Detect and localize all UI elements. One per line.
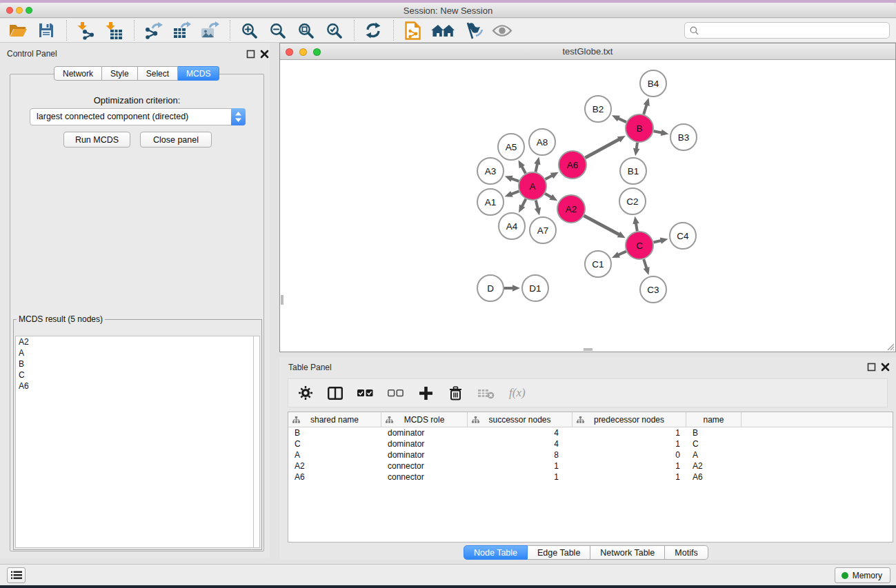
graph-edge-A6-B[interactable] <box>585 136 625 158</box>
graph-node-C4[interactable]: C4 <box>670 223 696 249</box>
graph-edge-A-A6[interactable] <box>546 172 559 179</box>
graph-node-A7[interactable]: A7 <box>530 217 556 243</box>
close-panel-button[interactable]: Close panel <box>140 132 212 148</box>
task-history-button[interactable] <box>7 567 26 583</box>
graph-edge-D-D1[interactable] <box>504 285 520 292</box>
show-column-panel-icon[interactable] <box>328 387 343 400</box>
graph-edge-A-A4[interactable] <box>519 199 526 213</box>
tab-network-table[interactable]: Network Table <box>590 545 665 560</box>
graph-edge-A-A8[interactable] <box>534 156 540 172</box>
import-table-icon[interactable] <box>104 20 123 41</box>
graph-edge-C-C3[interactable] <box>644 259 650 275</box>
save-session-icon[interactable] <box>37 20 56 41</box>
network-close-button[interactable] <box>286 48 293 56</box>
table-row[interactable]: Adominator80A <box>288 449 893 460</box>
zoom-selected-icon[interactable] <box>324 20 344 41</box>
tab-select[interactable]: Select <box>138 66 178 81</box>
zoom-fit-icon[interactable] <box>296 20 315 41</box>
table-row[interactable]: Bdominator41B <box>288 427 893 438</box>
table-settings-gear-icon[interactable] <box>298 386 313 400</box>
graph-edge-A-A5[interactable] <box>519 160 526 173</box>
criterion-select[interactable]: largest connected component (directed) <box>30 108 246 125</box>
graph-node-B[interactable]: B <box>626 114 653 142</box>
graph-edge-A-A1[interactable] <box>505 191 519 197</box>
resize-grip-icon[interactable] <box>886 343 895 351</box>
mcds-result-item[interactable]: A <box>16 347 253 358</box>
zoom-in-icon[interactable] <box>239 20 259 41</box>
table-row[interactable]: A6connector11A6 <box>288 472 893 483</box>
memory-button[interactable]: Memory <box>835 567 890 583</box>
graph-edge-A-A7[interactable] <box>535 200 541 215</box>
graph-edge-A-A3[interactable] <box>505 176 519 182</box>
graph-node-D1[interactable]: D1 <box>522 275 548 301</box>
graph-node-C1[interactable]: C1 <box>585 251 611 277</box>
zoom-out-icon[interactable] <box>268 20 287 41</box>
vertical-scrollbar-thumb[interactable] <box>281 295 283 305</box>
network-zoom-button[interactable] <box>313 48 321 56</box>
tab-mcds[interactable]: MCDS <box>178 66 219 81</box>
tab-motifs[interactable]: Motifs <box>665 545 708 560</box>
graph-edge-B-B4[interactable] <box>644 98 650 114</box>
run-mcds-button[interactable]: Run MCDS <box>63 132 130 148</box>
graph-edge-A2-C[interactable] <box>584 216 626 238</box>
table-row[interactable]: Cdominator41C <box>288 438 893 449</box>
import-network-icon[interactable] <box>76 20 95 41</box>
hide-graphics-details-icon[interactable] <box>464 20 483 41</box>
export-network-icon[interactable] <box>143 20 163 41</box>
graph-node-A3[interactable]: A3 <box>477 158 504 184</box>
export-image-icon[interactable] <box>200 20 219 41</box>
mcds-result-item[interactable]: B <box>16 358 253 369</box>
graph-node-A1[interactable]: A1 <box>477 189 504 215</box>
show-hide-eye-icon[interactable] <box>492 20 512 41</box>
graph-node-C2[interactable]: C2 <box>619 188 646 214</box>
column-header-successor-nodes[interactable]: successor nodes <box>468 412 573 427</box>
create-new-column-icon[interactable] <box>418 387 433 400</box>
horizontal-scrollbar-thumb[interactable] <box>584 348 593 351</box>
open-session-icon[interactable] <box>8 20 28 41</box>
tab-network[interactable]: Network <box>54 66 102 81</box>
close-table-panel-button[interactable] <box>881 363 890 372</box>
graph-edge-C-C2[interactable] <box>633 216 639 232</box>
graph-edge-A-A2[interactable] <box>545 194 557 201</box>
graph-node-A5[interactable]: A5 <box>498 134 524 160</box>
table-row[interactable]: A2connector11A2 <box>288 460 893 472</box>
select-all-columns-icon[interactable] <box>357 389 373 397</box>
float-panel-button[interactable] <box>246 50 255 59</box>
graph-node-B2[interactable]: B2 <box>585 96 611 122</box>
graph-edge-C-C1[interactable] <box>612 252 626 258</box>
network-canvas[interactable]: B4B2BB3A8A5A6A3B1AA1C2A2A4A7C4CC1C3DD1 <box>280 61 895 352</box>
mcds-result-item[interactable]: C <box>16 369 253 381</box>
deselect-all-columns-icon[interactable] <box>388 389 404 397</box>
column-header-predecessor-nodes[interactable]: predecessor nodes <box>573 412 686 427</box>
graph-node-C[interactable]: C <box>626 232 653 259</box>
tab-style[interactable]: Style <box>102 66 138 81</box>
tab-edge-table[interactable]: Edge Table <box>528 545 590 560</box>
graph-edge-B-B2[interactable] <box>612 115 626 122</box>
mcds-result-item[interactable]: A2 <box>16 336 253 347</box>
graph-node-A6[interactable]: A6 <box>559 151 586 179</box>
graph-node-B4[interactable]: B4 <box>640 70 666 97</box>
column-header-mcds-role[interactable]: MCDS role <box>381 412 468 427</box>
graph-node-A4[interactable]: A4 <box>499 213 525 239</box>
graph-edge-B-B3[interactable] <box>654 130 669 136</box>
float-table-panel-button[interactable] <box>867 363 876 372</box>
close-panel-icon[interactable] <box>260 50 269 59</box>
graph-node-A[interactable]: A <box>519 172 546 200</box>
graph-node-B3[interactable]: B3 <box>670 124 697 150</box>
graph-node-A8[interactable]: A8 <box>529 129 555 155</box>
home-icon[interactable] <box>431 20 455 41</box>
column-header-shared-name[interactable]: shared name <box>288 412 381 427</box>
graph-edge-C-C4[interactable] <box>653 238 668 244</box>
result-list-scrollbar[interactable] <box>253 336 260 548</box>
graph-edge-B-B1[interactable] <box>633 143 639 156</box>
refresh-icon[interactable] <box>364 20 383 41</box>
export-table-icon[interactable] <box>172 20 191 41</box>
search-input[interactable] <box>702 26 884 35</box>
graph-node-A2[interactable]: A2 <box>557 195 585 223</box>
column-header-name[interactable]: name <box>686 412 741 427</box>
delete-columns-icon[interactable] <box>448 386 463 401</box>
graph-node-C3[interactable]: C3 <box>640 276 666 303</box>
mcds-result-item[interactable]: A6 <box>16 381 253 392</box>
graph-node-D[interactable]: D <box>477 275 504 301</box>
graph-node-B1[interactable]: B1 <box>620 158 646 184</box>
